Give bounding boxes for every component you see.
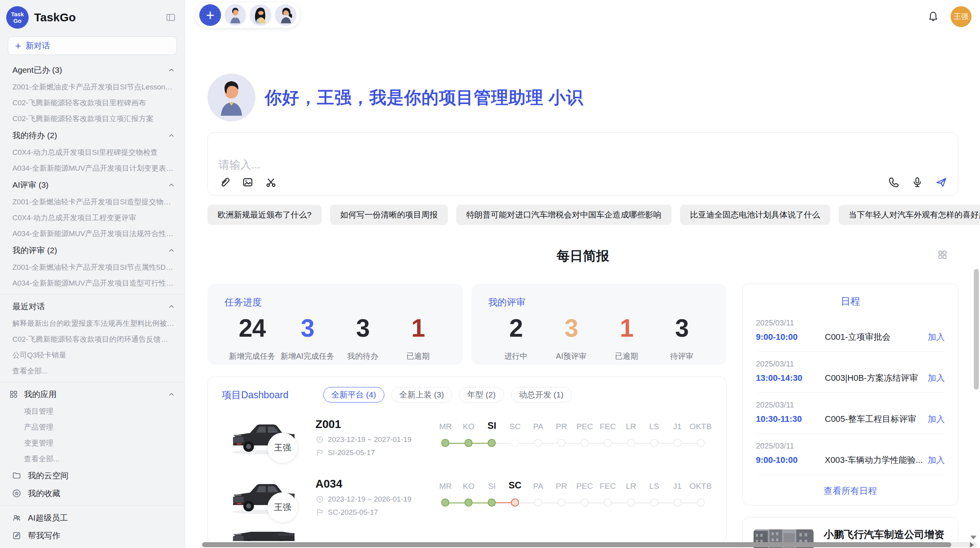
milestone-dot — [581, 498, 589, 507]
daily-briefing-header: 每日简报 — [207, 247, 958, 265]
view-all-schedule-link[interactable]: 查看所有日程 — [756, 485, 945, 497]
stat-value: 3 — [335, 315, 391, 342]
project-media: 王强 — [222, 472, 304, 522]
image-icon[interactable] — [241, 176, 254, 189]
filter-chip[interactable]: 动总开发 (1) — [511, 387, 572, 402]
sidebar-section-recent[interactable]: 最近对话 — [0, 298, 185, 315]
filter-chip[interactable]: 年型 (2) — [459, 387, 504, 402]
scroll-right-arrow[interactable] — [970, 542, 974, 548]
sidebar-item[interactable]: C0X4-动力总成开发项目工程变更评审 — [0, 210, 185, 226]
milestone: MR — [434, 419, 457, 456]
conversation-avatar-2[interactable] — [250, 4, 271, 26]
folder-icon — [12, 471, 22, 481]
apps-view-all[interactable]: 查看全部... — [0, 451, 185, 467]
milestone-dot — [441, 498, 449, 507]
conversation-avatar-3[interactable] — [275, 4, 296, 26]
recent-chat-item[interactable]: 解释最新出台的欧盟报废车法规再生塑料比例被调至15%... — [0, 315, 185, 331]
milestone-dot — [557, 439, 565, 447]
sidebar-item-ai-super-staff[interactable]: AI超级员工 — [0, 509, 185, 527]
section-title: 我的待办 (2) — [12, 130, 167, 141]
recent-chat-item[interactable]: 公司Q3轻卡销量 — [0, 347, 185, 363]
horizontal-scrollbar-thumb[interactable] — [202, 542, 951, 547]
suggestion-chip[interactable]: 当下年轻人对汽车外观有怎样的喜好趋势 — [839, 205, 980, 225]
sidebar-section-my-todo[interactable]: 我的待办 (2) — [0, 127, 185, 144]
app-item[interactable]: 项目管理 — [0, 403, 185, 419]
stat-item: 3 AI预评审 — [543, 315, 599, 361]
sidebar-item[interactable]: C02-飞腾新能源轻客改款项目立项汇报方案 — [0, 111, 185, 127]
collapse-sidebar-icon[interactable] — [165, 12, 176, 23]
sidebar-section-ai-review[interactable]: AI评审 (3) — [0, 176, 185, 194]
microphone-icon[interactable] — [911, 176, 924, 189]
project-row-a034[interactable]: 王强 A034 2023-12-19 ~ 2026-01-19 — [222, 472, 712, 522]
user-avatar[interactable]: 王强 — [951, 6, 971, 27]
sidebar-item[interactable]: Z001-全新燃油皮卡产品开发项目SI节点Lesson Learn报告 — [0, 79, 185, 95]
suggestion-chip[interactable]: 比亚迪全固态电池计划具体说了什么 — [680, 205, 830, 225]
project-date-range: 2023-12-19 ~ 2027-01-19 — [328, 435, 411, 444]
milestone: LR — [619, 419, 642, 456]
milestone: KO — [457, 478, 480, 515]
scroll-down-arrow[interactable] — [970, 536, 977, 539]
chevron-up-icon — [167, 180, 176, 190]
section-title: 我的评审 (2) — [12, 245, 167, 256]
sidebar-item[interactable]: C02-飞腾新能源轻客改款项目里程碑画布 — [0, 95, 185, 111]
new-chat-button[interactable]: + 新对话 — [8, 36, 177, 55]
join-link[interactable]: 加入 — [928, 413, 945, 425]
suggestion-chip[interactable]: 如何写一份清晰的项目周报 — [330, 205, 448, 225]
clock-icon — [315, 435, 324, 444]
milestone-label: PEC — [576, 478, 593, 491]
project-row-partial — [222, 532, 712, 541]
send-icon[interactable] — [935, 176, 948, 189]
sidebar-item-favorites[interactable]: 我的收藏 — [0, 485, 185, 502]
join-link[interactable]: 加入 — [928, 372, 945, 384]
sidebar-item[interactable]: A034-全新新能源MUV产品开发项目法规符合性评审 — [0, 226, 185, 241]
project-row-z001[interactable]: 王强 Z001 2023-12-19 ~ 2027-01-19 — [222, 413, 712, 462]
sidebar-section-my-review[interactable]: 我的评审 (2) — [0, 241, 185, 259]
scissors-icon[interactable] — [264, 176, 278, 189]
app-item[interactable]: 产品管理 — [0, 419, 185, 435]
chevron-up-icon — [167, 65, 176, 75]
sidebar-item-help-me-write[interactable]: 帮我写作 — [0, 527, 185, 545]
suggestion-chip[interactable]: 特朗普可能对进口汽车增税会对中国车企造成哪些影响 — [456, 205, 672, 225]
phone-call-icon[interactable] — [887, 176, 900, 189]
stat-item: 2 进行中 — [488, 315, 544, 361]
conversation-avatar-1[interactable] — [224, 4, 246, 26]
sidebar-section-my-apps[interactable]: 我的应用 — [0, 385, 185, 403]
milestone-dot — [488, 498, 496, 507]
chevron-up-icon — [167, 302, 176, 311]
schedule-list: 2025/03/11 9:00-10:00 C001-立项审批会 加入 2025… — [756, 311, 945, 475]
sidebar-section-agent-done[interactable]: Agent已办 (3) — [0, 61, 185, 79]
section-title: 最近对话 — [12, 301, 167, 312]
flag-icon — [315, 508, 324, 517]
sidebar-item[interactable]: Z001-全新燃油轻卡产品开发项目SI节点属性5D文件评审 — [0, 259, 185, 275]
join-link[interactable]: 加入 — [928, 331, 945, 343]
layout-grid-icon[interactable] — [937, 249, 948, 260]
schedule-name: X003-车辆动力学性能验... — [825, 454, 928, 466]
recent-view-all[interactable]: 查看全部... — [0, 363, 185, 379]
paperclip-icon[interactable] — [218, 176, 231, 189]
sidebar-item-cloud-space[interactable]: 我的云空间 — [0, 467, 185, 485]
add-conversation-button[interactable]: + — [199, 4, 221, 26]
filter-chip[interactable]: 全新上装 (3) — [391, 387, 452, 402]
divider — [0, 382, 185, 382]
milestone-label: J1 — [673, 419, 682, 431]
suggestion-chip[interactable]: 欧洲新规最近颁布了什么? — [207, 205, 322, 225]
notifications-bell-icon[interactable] — [927, 10, 940, 23]
chat-input-box[interactable]: 请输入... — [207, 132, 958, 195]
sidebar-item[interactable]: Z001-全新燃油轻卡产品开发项目SI造型提交物评审 — [0, 194, 185, 210]
app-item[interactable]: 变更管理 — [0, 435, 185, 451]
stat-item: 1 已逾期 — [391, 315, 446, 361]
vertical-scrollbar[interactable] — [974, 269, 979, 390]
milestone-label: LR — [626, 419, 636, 431]
join-link[interactable]: 加入 — [928, 454, 945, 466]
filter-chip[interactable]: 全新平台 (4) — [323, 387, 384, 402]
sidebar-item[interactable]: A034-全新新能源MUV产品开发项目计划变更表编写 — [0, 160, 185, 176]
apps-grid-icon — [9, 389, 19, 399]
sidebar-item[interactable]: A034-全新新能源MUV产品开发项目造型可行性评审 — [0, 275, 185, 291]
recent-chat-item[interactable]: C02-飞腾新能源轻客改款项目的闭环通告反馈情况 — [0, 331, 185, 347]
sidebar-item-creative-drawing[interactable]: 创意制图 — [0, 545, 185, 548]
milestone-dot — [627, 498, 635, 507]
horizontal-scrollbar[interactable] — [202, 542, 977, 547]
sidebar-item[interactable]: C0X4-动力总成开发项目SI里程碑提交物检查 — [0, 144, 185, 160]
milestone-dot — [650, 439, 658, 447]
stat-item: 3 新增AI完成任务 — [280, 315, 335, 361]
